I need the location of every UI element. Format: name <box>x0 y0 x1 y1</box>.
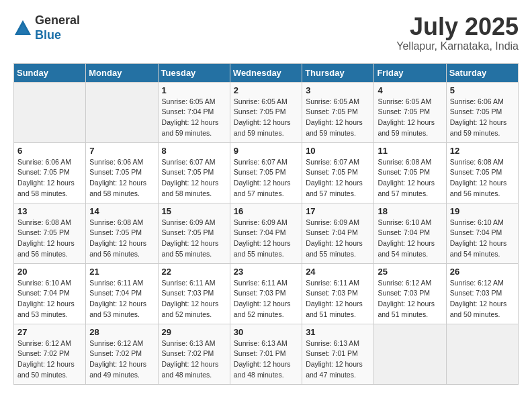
day-number: 7 <box>89 146 154 156</box>
day-info: Sunrise: 6:12 AMSunset: 7:03 PMDaylight:… <box>378 278 442 320</box>
day-info: Sunrise: 6:05 AMSunset: 7:05 PMDaylight:… <box>306 97 370 139</box>
calendar-cell: 5Sunrise: 6:06 AMSunset: 7:05 PMDaylight… <box>446 82 518 142</box>
header-cell-thursday: Thursday <box>302 63 374 82</box>
day-number: 6 <box>17 146 82 156</box>
calendar-cell: 7Sunrise: 6:06 AMSunset: 7:05 PMDaylight… <box>86 142 158 203</box>
day-info: Sunrise: 6:07 AMSunset: 7:05 PMDaylight:… <box>306 157 370 199</box>
calendar-cell: 6Sunrise: 6:06 AMSunset: 7:05 PMDaylight… <box>14 142 86 203</box>
day-info: Sunrise: 6:09 AMSunset: 7:04 PMDaylight:… <box>234 218 298 260</box>
day-info: Sunrise: 6:10 AMSunset: 7:04 PMDaylight:… <box>450 218 515 260</box>
day-number: 24 <box>306 267 370 277</box>
day-info: Sunrise: 6:13 AMSunset: 7:01 PMDaylight:… <box>306 338 370 381</box>
calendar-week-row: 27Sunrise: 6:12 AMSunset: 7:02 PMDayligh… <box>14 324 519 384</box>
day-number: 28 <box>89 327 154 337</box>
day-number: 27 <box>17 327 82 337</box>
day-info: Sunrise: 6:11 AMSunset: 7:03 PMDaylight:… <box>234 278 298 320</box>
calendar-week-row: 20Sunrise: 6:10 AMSunset: 7:04 PMDayligh… <box>14 263 519 324</box>
day-number: 22 <box>162 267 226 277</box>
day-number: 2 <box>234 85 298 95</box>
calendar-cell: 25Sunrise: 6:12 AMSunset: 7:03 PMDayligh… <box>374 263 446 324</box>
day-number: 14 <box>89 206 154 216</box>
calendar-cell: 2Sunrise: 6:05 AMSunset: 7:05 PMDaylight… <box>230 82 302 142</box>
day-info: Sunrise: 6:07 AMSunset: 7:05 PMDaylight:… <box>234 157 298 199</box>
calendar-table: SundayMondayTuesdayWednesdayThursdayFrid… <box>13 63 519 385</box>
day-info: Sunrise: 6:12 AMSunset: 7:03 PMDaylight:… <box>450 278 515 320</box>
calendar-cell: 23Sunrise: 6:11 AMSunset: 7:03 PMDayligh… <box>230 263 302 324</box>
calendar-body: 1Sunrise: 6:05 AMSunset: 7:04 PMDaylight… <box>14 82 519 384</box>
calendar-cell: 31Sunrise: 6:13 AMSunset: 7:01 PMDayligh… <box>302 324 374 384</box>
day-number: 25 <box>378 267 442 277</box>
calendar-cell: 21Sunrise: 6:11 AMSunset: 7:04 PMDayligh… <box>86 263 158 324</box>
page-header: General Blue July 2025 Yellapur, Karnata… <box>13 13 519 52</box>
day-number: 31 <box>306 327 370 337</box>
calendar-cell: 8Sunrise: 6:07 AMSunset: 7:05 PMDaylight… <box>158 142 230 203</box>
header-cell-tuesday: Tuesday <box>158 63 230 82</box>
day-info: Sunrise: 6:09 AMSunset: 7:04 PMDaylight:… <box>306 218 370 260</box>
day-info: Sunrise: 6:08 AMSunset: 7:05 PMDaylight:… <box>450 157 515 199</box>
day-info: Sunrise: 6:08 AMSunset: 7:05 PMDaylight:… <box>89 218 154 260</box>
logo: General Blue <box>13 13 80 42</box>
calendar-week-row: 1Sunrise: 6:05 AMSunset: 7:04 PMDaylight… <box>14 82 519 142</box>
calendar-cell: 4Sunrise: 6:05 AMSunset: 7:05 PMDaylight… <box>374 82 446 142</box>
calendar-week-row: 6Sunrise: 6:06 AMSunset: 7:05 PMDaylight… <box>14 142 519 203</box>
day-number: 4 <box>378 85 442 95</box>
month-title: July 2025 <box>396 13 519 40</box>
calendar-cell <box>446 324 518 384</box>
day-number: 20 <box>17 267 82 277</box>
day-info: Sunrise: 6:10 AMSunset: 7:04 PMDaylight:… <box>17 278 82 320</box>
day-number: 13 <box>17 206 82 216</box>
calendar-cell: 26Sunrise: 6:12 AMSunset: 7:03 PMDayligh… <box>446 263 518 324</box>
calendar-week-row: 13Sunrise: 6:08 AMSunset: 7:05 PMDayligh… <box>14 203 519 263</box>
calendar-cell: 22Sunrise: 6:11 AMSunset: 7:03 PMDayligh… <box>158 263 230 324</box>
day-number: 3 <box>306 85 370 95</box>
day-info: Sunrise: 6:11 AMSunset: 7:04 PMDaylight:… <box>89 278 154 320</box>
calendar-cell: 24Sunrise: 6:11 AMSunset: 7:03 PMDayligh… <box>302 263 374 324</box>
logo-text: General Blue <box>35 13 80 42</box>
day-info: Sunrise: 6:12 AMSunset: 7:02 PMDaylight:… <box>17 338 82 381</box>
calendar-cell: 15Sunrise: 6:09 AMSunset: 7:05 PMDayligh… <box>158 203 230 263</box>
calendar-cell: 19Sunrise: 6:10 AMSunset: 7:04 PMDayligh… <box>446 203 518 263</box>
calendar-header: SundayMondayTuesdayWednesdayThursdayFrid… <box>14 63 519 82</box>
day-number: 11 <box>378 146 442 156</box>
header-cell-wednesday: Wednesday <box>230 63 302 82</box>
calendar-cell: 30Sunrise: 6:13 AMSunset: 7:01 PMDayligh… <box>230 324 302 384</box>
calendar-cell <box>374 324 446 384</box>
calendar-cell: 17Sunrise: 6:09 AMSunset: 7:04 PMDayligh… <box>302 203 374 263</box>
header-row: SundayMondayTuesdayWednesdayThursdayFrid… <box>14 63 519 82</box>
day-info: Sunrise: 6:05 AMSunset: 7:04 PMDaylight:… <box>162 97 226 139</box>
location-title: Yellapur, Karnataka, India <box>396 40 519 52</box>
day-number: 29 <box>162 327 226 337</box>
day-number: 8 <box>162 146 226 156</box>
title-block: July 2025 Yellapur, Karnataka, India <box>396 13 519 52</box>
day-number: 15 <box>162 206 226 216</box>
day-info: Sunrise: 6:05 AMSunset: 7:05 PMDaylight:… <box>234 97 298 139</box>
logo-icon <box>13 19 32 38</box>
calendar-cell: 20Sunrise: 6:10 AMSunset: 7:04 PMDayligh… <box>14 263 86 324</box>
day-info: Sunrise: 6:06 AMSunset: 7:05 PMDaylight:… <box>450 97 515 139</box>
calendar-cell: 10Sunrise: 6:07 AMSunset: 7:05 PMDayligh… <box>302 142 374 203</box>
day-number: 16 <box>234 206 298 216</box>
calendar-cell: 27Sunrise: 6:12 AMSunset: 7:02 PMDayligh… <box>14 324 86 384</box>
day-info: Sunrise: 6:07 AMSunset: 7:05 PMDaylight:… <box>162 157 226 199</box>
calendar-cell: 1Sunrise: 6:05 AMSunset: 7:04 PMDaylight… <box>158 82 230 142</box>
day-info: Sunrise: 6:12 AMSunset: 7:02 PMDaylight:… <box>89 338 154 381</box>
day-number: 9 <box>234 146 298 156</box>
header-cell-sunday: Sunday <box>14 63 86 82</box>
day-number: 26 <box>450 267 515 277</box>
day-number: 1 <box>162 85 226 95</box>
day-info: Sunrise: 6:08 AMSunset: 7:05 PMDaylight:… <box>17 218 82 260</box>
day-number: 23 <box>234 267 298 277</box>
logo-blue-text: Blue <box>35 28 80 43</box>
header-cell-friday: Friday <box>374 63 446 82</box>
calendar-cell: 16Sunrise: 6:09 AMSunset: 7:04 PMDayligh… <box>230 203 302 263</box>
day-number: 19 <box>450 206 515 216</box>
calendar-cell <box>14 82 86 142</box>
day-number: 18 <box>378 206 442 216</box>
day-number: 21 <box>89 267 154 277</box>
day-info: Sunrise: 6:11 AMSunset: 7:03 PMDaylight:… <box>306 278 370 320</box>
calendar-cell <box>86 82 158 142</box>
day-info: Sunrise: 6:09 AMSunset: 7:05 PMDaylight:… <box>162 218 226 260</box>
day-info: Sunrise: 6:10 AMSunset: 7:04 PMDaylight:… <box>378 218 442 260</box>
day-number: 12 <box>450 146 515 156</box>
calendar-cell: 28Sunrise: 6:12 AMSunset: 7:02 PMDayligh… <box>86 324 158 384</box>
